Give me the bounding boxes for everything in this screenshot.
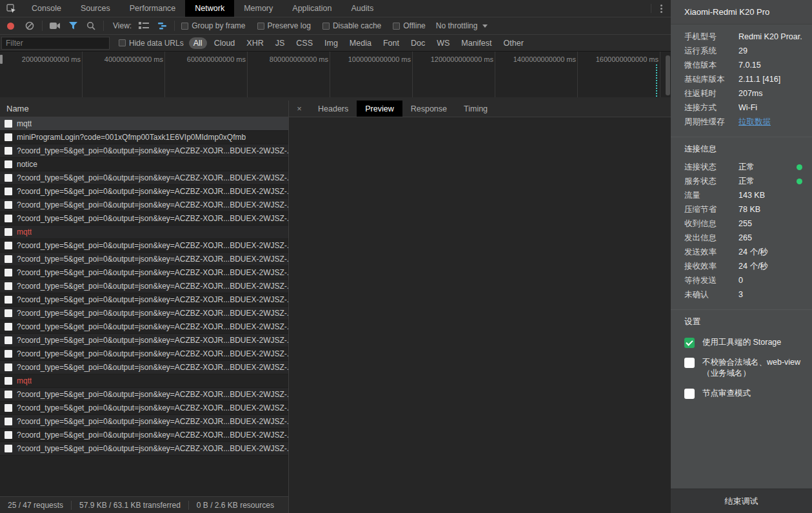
view-list-icon[interactable] xyxy=(138,20,150,32)
hide-data-urls-checkbox[interactable]: Hide data URLs xyxy=(119,39,184,48)
info-row: 周期性缓存 拉取数据 xyxy=(671,115,812,129)
table-row[interactable]: ?coord_type=5&get_poi=0&output=json&key=… xyxy=(0,171,288,185)
main-tab[interactable]: Audits xyxy=(341,0,383,17)
view-label: View: xyxy=(113,21,132,30)
detail-tab[interactable]: Response xyxy=(402,101,455,117)
table-row[interactable]: notice xyxy=(0,158,288,171)
checkbox-icon[interactable] xyxy=(393,23,400,30)
toolbar-checkbox-group[interactable]: Offline xyxy=(393,21,425,30)
filter-chip[interactable]: XHR xyxy=(242,37,268,49)
devtools-panel: Console Sources Performance Network Memo… xyxy=(0,0,671,513)
table-row[interactable]: ?coord_type=5&get_poi=0&output=json&key=… xyxy=(0,347,288,361)
toolbar-checkbox-group[interactable]: Group by frame xyxy=(181,21,245,30)
overview-resize-handle[interactable] xyxy=(0,55,3,64)
setting-item[interactable]: 节点审查模式 xyxy=(671,383,812,403)
filter-bar: Hide data URLs All Cloud XHR JS CSS Img … xyxy=(0,35,671,52)
table-row[interactable]: ?coord_type=5&get_poi=0&output=json&key=… xyxy=(0,334,288,347)
table-row[interactable]: ?coord_type=5&get_poi=0&output=json&key=… xyxy=(0,320,288,334)
table-row[interactable]: mqtt xyxy=(0,226,288,239)
checkbox-icon[interactable] xyxy=(257,23,264,30)
detail-tab[interactable]: Headers xyxy=(310,101,357,117)
table-row[interactable]: ?coord_type=5&get_poi=0&output=json&key=… xyxy=(0,402,288,415)
filter-chip[interactable]: Manifest xyxy=(457,37,496,49)
overview-scrollbar-thumb[interactable] xyxy=(666,55,670,95)
table-row[interactable]: ?coord_type=5&get_poi=0&output=json&key=… xyxy=(0,185,288,198)
connection-label: 未确认 xyxy=(684,289,738,300)
waterfall-icon[interactable] xyxy=(156,20,168,32)
detail-tab[interactable]: Preview xyxy=(357,101,402,117)
throttling-select[interactable]: No throttling xyxy=(436,21,488,30)
toolbar-checkbox-group[interactable]: Disable cache xyxy=(322,21,381,30)
request-name: mqtt xyxy=(17,376,32,385)
toolbar-checkbox-group[interactable]: Preserve log xyxy=(257,21,311,30)
main-tab[interactable]: Performance xyxy=(120,0,186,17)
main-tab[interactable]: Console xyxy=(22,0,71,17)
table-row[interactable]: ?coord_type=5&get_poi=0&output=json&key=… xyxy=(0,361,288,374)
table-row[interactable]: ?coord_type=5&get_poi=0&output=json&key=… xyxy=(0,266,288,280)
setting-item[interactable]: 不校验合法域名、web-view（业务域名） xyxy=(671,353,812,383)
end-debug-button[interactable]: 结束调试 xyxy=(671,489,812,513)
table-row[interactable]: ?coord_type=5&get_poi=0&output=json&key=… xyxy=(0,429,288,442)
main-tab[interactable]: Sources xyxy=(71,0,120,17)
setting-item[interactable]: 使用工具端的 Storage xyxy=(671,333,812,353)
filter-chip[interactable]: Media xyxy=(345,37,376,49)
table-row[interactable]: ?coord_type=5&get_poi=0&output=json&key=… xyxy=(0,307,288,320)
table-row[interactable]: ?coord_type=5&get_poi=0&output=json&key=… xyxy=(0,212,288,226)
timeline-overview[interactable]: 200000000000 ms 400000000000 ms 60000000… xyxy=(0,52,671,101)
info-label: 往返耗时 xyxy=(684,88,738,99)
timeline-tick: 600000000000 ms xyxy=(165,52,248,97)
table-row[interactable]: ?coord_type=5&get_poi=0&output=json&key=… xyxy=(0,198,288,212)
file-icon xyxy=(5,282,12,290)
main-tab[interactable]: Memory xyxy=(234,0,282,17)
filter-chip[interactable]: WS xyxy=(432,37,454,49)
checkbox-icon[interactable] xyxy=(684,358,695,368)
filter-chip[interactable]: Cloud xyxy=(210,37,240,49)
close-icon[interactable]: × xyxy=(289,101,310,117)
connection-row: 未确认 3 xyxy=(671,287,812,302)
screenshot-camera-icon[interactable] xyxy=(49,20,61,32)
table-row[interactable]: mqtt xyxy=(0,117,288,131)
checkbox-icon[interactable] xyxy=(322,23,330,30)
detail-tab[interactable]: Timing xyxy=(455,101,496,117)
filter-chip[interactable]: Font xyxy=(379,37,404,49)
table-row[interactable]: ?coord_type=5&get_poi=0&output=json&key=… xyxy=(0,144,288,158)
name-column-header[interactable]: Name xyxy=(0,101,288,117)
filter-input[interactable] xyxy=(1,37,110,50)
checkbox-icon[interactable] xyxy=(181,23,188,30)
table-row[interactable]: ?coord_type=5&get_poi=0&output=json&key=… xyxy=(0,293,288,307)
table-row[interactable]: ?coord_type=5&get_poi=0&output=json&key=… xyxy=(0,239,288,253)
kebab-menu-icon[interactable] xyxy=(651,0,671,17)
main-tab[interactable]: Network xyxy=(185,0,234,17)
filter-chip[interactable]: Img xyxy=(320,37,342,49)
file-icon xyxy=(5,418,12,425)
hide-data-urls-label: Hide data URLs xyxy=(129,39,184,48)
filter-chip[interactable]: JS xyxy=(271,37,290,49)
filter-chip[interactable]: CSS xyxy=(292,37,317,49)
file-icon xyxy=(5,120,12,128)
clear-icon[interactable] xyxy=(24,20,35,32)
record-icon[interactable] xyxy=(7,23,14,30)
info-label: 手机型号 xyxy=(684,32,738,42)
filter-funnel-icon[interactable] xyxy=(67,20,79,32)
main-tab-bar: Console Sources Performance Network Memo… xyxy=(0,0,671,17)
filter-chip[interactable]: All xyxy=(189,37,207,49)
checkbox-icon[interactable] xyxy=(684,338,695,348)
table-row[interactable]: ?coord_type=5&get_poi=0&output=json&key=… xyxy=(0,442,288,456)
checkbox-icon[interactable] xyxy=(119,39,126,46)
table-row[interactable]: mqtt xyxy=(0,374,288,388)
connection-value: 143 KB xyxy=(738,190,765,200)
request-name: ?coord_type=5&get_poi=0&output=json&key=… xyxy=(17,214,288,223)
table-row[interactable]: miniProgramLogin?code=001xQfmp00Taxk1E6V… xyxy=(0,131,288,144)
main-tab[interactable]: Application xyxy=(282,0,341,17)
search-icon[interactable] xyxy=(85,20,97,32)
request-detail-pane: × Headers Preview Response Timing xyxy=(289,101,671,513)
table-row[interactable]: ?coord_type=5&get_poi=0&output=json&key=… xyxy=(0,388,288,402)
table-row[interactable]: ?coord_type=5&get_poi=0&output=json&key=… xyxy=(0,415,288,429)
filter-chip[interactable]: Doc xyxy=(406,37,430,49)
request-name: ?coord_type=5&get_poi=0&output=json&key=… xyxy=(17,390,288,399)
checkbox-icon[interactable] xyxy=(684,389,695,399)
table-row[interactable]: ?coord_type=5&get_poi=0&output=json&key=… xyxy=(0,280,288,293)
table-row[interactable]: ?coord_type=5&get_poi=0&output=json&key=… xyxy=(0,253,288,266)
inspect-element-button[interactable] xyxy=(0,0,22,17)
filter-chip[interactable]: Other xyxy=(499,37,528,49)
